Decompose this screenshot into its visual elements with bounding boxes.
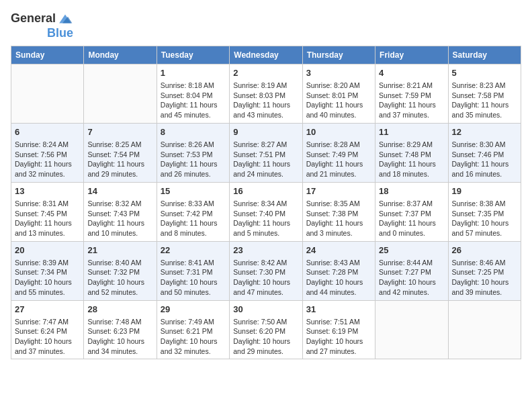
day-info: Sunrise: 8:38 AM Sunset: 7:35 PM Dayligh…	[452, 199, 517, 238]
day-number: 22	[161, 244, 226, 257]
calendar-table: SundayMondayTuesdayWednesdayThursdayFrid…	[11, 46, 521, 360]
day-number: 3	[306, 67, 371, 79]
day-number: 2	[233, 67, 298, 79]
weekday-header-monday: Monday	[84, 46, 157, 64]
day-info: Sunrise: 8:27 AM Sunset: 7:51 PM Dayligh…	[233, 140, 298, 179]
day-number: 21	[87, 244, 152, 257]
day-info: Sunrise: 8:19 AM Sunset: 8:03 PM Dayligh…	[233, 81, 298, 120]
day-info: Sunrise: 7:51 AM Sunset: 6:19 PM Dayligh…	[306, 317, 371, 357]
day-number: 4	[379, 67, 444, 79]
calendar-cell: 23Sunrise: 8:42 AM Sunset: 7:30 PM Dayli…	[230, 241, 302, 300]
day-info: Sunrise: 8:21 AM Sunset: 7:59 PM Dayligh…	[379, 81, 444, 120]
day-number: 11	[379, 126, 444, 138]
logo-text: General	[11, 12, 56, 26]
day-info: Sunrise: 8:24 AM Sunset: 7:56 PM Dayligh…	[15, 140, 80, 179]
logo: General Blue	[11, 11, 73, 40]
day-info: Sunrise: 8:43 AM Sunset: 7:28 PM Dayligh…	[306, 258, 371, 298]
calendar-cell: 14Sunrise: 8:32 AM Sunset: 7:43 PM Dayli…	[84, 182, 157, 241]
day-number: 18	[379, 185, 444, 197]
calendar-cell: 10Sunrise: 8:28 AM Sunset: 7:49 PM Dayli…	[302, 123, 375, 182]
day-number: 31	[306, 304, 371, 316]
day-info: Sunrise: 8:26 AM Sunset: 7:53 PM Dayligh…	[161, 140, 226, 179]
calendar-week-row: 6Sunrise: 8:24 AM Sunset: 7:56 PM Daylig…	[11, 123, 521, 182]
day-info: Sunrise: 8:37 AM Sunset: 7:37 PM Dayligh…	[379, 199, 444, 238]
day-info: Sunrise: 8:31 AM Sunset: 7:45 PM Dayligh…	[15, 199, 80, 238]
day-info: Sunrise: 8:34 AM Sunset: 7:40 PM Dayligh…	[233, 199, 298, 238]
day-info: Sunrise: 8:28 AM Sunset: 7:49 PM Dayligh…	[306, 140, 371, 179]
calendar-cell: 4Sunrise: 8:21 AM Sunset: 7:59 PM Daylig…	[375, 64, 448, 123]
calendar-cell: 12Sunrise: 8:30 AM Sunset: 7:46 PM Dayli…	[448, 123, 521, 182]
day-number: 13	[15, 185, 80, 197]
calendar-cell: 2Sunrise: 8:19 AM Sunset: 8:03 PM Daylig…	[230, 64, 302, 123]
day-info: Sunrise: 7:48 AM Sunset: 6:23 PM Dayligh…	[87, 317, 152, 357]
page-header: General Blue	[11, 11, 521, 40]
calendar-cell: 29Sunrise: 7:49 AM Sunset: 6:21 PM Dayli…	[157, 300, 229, 359]
day-number: 5	[452, 67, 517, 79]
weekday-header-saturday: Saturday	[448, 46, 521, 64]
day-number: 9	[233, 126, 298, 138]
day-info: Sunrise: 8:35 AM Sunset: 7:38 PM Dayligh…	[306, 199, 371, 238]
day-number: 12	[452, 126, 517, 138]
calendar-cell: 30Sunrise: 7:50 AM Sunset: 6:20 PM Dayli…	[230, 300, 302, 359]
calendar-cell: 8Sunrise: 8:26 AM Sunset: 7:53 PM Daylig…	[157, 123, 229, 182]
calendar-week-row: 1Sunrise: 8:18 AM Sunset: 8:04 PM Daylig…	[11, 64, 521, 123]
day-info: Sunrise: 8:44 AM Sunset: 7:27 PM Dayligh…	[379, 258, 444, 298]
calendar-cell: 22Sunrise: 8:41 AM Sunset: 7:31 PM Dayli…	[157, 241, 229, 300]
weekday-header-sunday: Sunday	[11, 46, 84, 64]
calendar-header-row: SundayMondayTuesdayWednesdayThursdayFrid…	[11, 46, 521, 64]
day-number: 10	[306, 126, 371, 138]
day-number: 26	[452, 244, 517, 257]
calendar-cell: 16Sunrise: 8:34 AM Sunset: 7:40 PM Dayli…	[230, 182, 302, 241]
calendar-cell: 6Sunrise: 8:24 AM Sunset: 7:56 PM Daylig…	[11, 123, 84, 182]
calendar-cell: 5Sunrise: 8:23 AM Sunset: 7:58 PM Daylig…	[448, 64, 521, 123]
day-number: 17	[306, 185, 371, 197]
weekday-header-wednesday: Wednesday	[230, 46, 302, 64]
day-number: 28	[87, 304, 152, 316]
calendar-cell: 31Sunrise: 7:51 AM Sunset: 6:19 PM Dayli…	[302, 300, 375, 359]
calendar-cell: 25Sunrise: 8:44 AM Sunset: 7:27 PM Dayli…	[375, 241, 448, 300]
day-number: 24	[306, 244, 371, 257]
calendar-cell: 3Sunrise: 8:20 AM Sunset: 8:01 PM Daylig…	[302, 64, 375, 123]
day-info: Sunrise: 7:47 AM Sunset: 6:24 PM Dayligh…	[15, 317, 80, 357]
day-info: Sunrise: 8:46 AM Sunset: 7:25 PM Dayligh…	[452, 258, 517, 298]
day-number: 29	[161, 304, 226, 316]
day-number: 7	[87, 126, 152, 138]
day-info: Sunrise: 8:25 AM Sunset: 7:54 PM Dayligh…	[87, 140, 152, 179]
day-info: Sunrise: 8:33 AM Sunset: 7:42 PM Dayligh…	[161, 199, 226, 238]
day-info: Sunrise: 8:41 AM Sunset: 7:31 PM Dayligh…	[161, 258, 226, 298]
day-number: 20	[15, 244, 80, 257]
day-number: 16	[233, 185, 298, 197]
day-number: 14	[87, 185, 152, 197]
day-info: Sunrise: 8:30 AM Sunset: 7:46 PM Dayligh…	[452, 140, 517, 179]
calendar-cell: 20Sunrise: 8:39 AM Sunset: 7:34 PM Dayli…	[11, 241, 84, 300]
calendar-week-row: 20Sunrise: 8:39 AM Sunset: 7:34 PM Dayli…	[11, 241, 521, 300]
calendar-cell: 21Sunrise: 8:40 AM Sunset: 7:32 PM Dayli…	[84, 241, 157, 300]
calendar-cell: 27Sunrise: 7:47 AM Sunset: 6:24 PM Dayli…	[11, 300, 84, 359]
calendar-cell: 1Sunrise: 8:18 AM Sunset: 8:04 PM Daylig…	[157, 64, 229, 123]
day-number: 8	[161, 126, 226, 138]
day-number: 27	[15, 304, 80, 316]
day-info: Sunrise: 8:40 AM Sunset: 7:32 PM Dayligh…	[87, 258, 152, 298]
calendar-cell: 15Sunrise: 8:33 AM Sunset: 7:42 PM Dayli…	[157, 182, 229, 241]
day-number: 6	[15, 126, 80, 138]
calendar-cell: 26Sunrise: 8:46 AM Sunset: 7:25 PM Dayli…	[448, 241, 521, 300]
weekday-header-thursday: Thursday	[302, 46, 375, 64]
calendar-cell: 28Sunrise: 7:48 AM Sunset: 6:23 PM Dayli…	[84, 300, 157, 359]
calendar-cell: 7Sunrise: 8:25 AM Sunset: 7:54 PM Daylig…	[84, 123, 157, 182]
calendar-cell	[11, 64, 84, 123]
calendar-cell	[375, 300, 448, 359]
day-info: Sunrise: 8:20 AM Sunset: 8:01 PM Dayligh…	[306, 81, 371, 120]
day-info: Sunrise: 8:39 AM Sunset: 7:34 PM Dayligh…	[15, 258, 80, 298]
calendar-week-row: 27Sunrise: 7:47 AM Sunset: 6:24 PM Dayli…	[11, 300, 521, 359]
logo-blue-text: Blue	[47, 27, 73, 40]
day-number: 15	[161, 185, 226, 197]
calendar-cell: 11Sunrise: 8:29 AM Sunset: 7:48 PM Dayli…	[375, 123, 448, 182]
calendar-cell: 19Sunrise: 8:38 AM Sunset: 7:35 PM Dayli…	[448, 182, 521, 241]
calendar-cell: 9Sunrise: 8:27 AM Sunset: 7:51 PM Daylig…	[230, 123, 302, 182]
day-number: 1	[161, 67, 226, 79]
day-info: Sunrise: 8:18 AM Sunset: 8:04 PM Dayligh…	[161, 81, 226, 120]
day-info: Sunrise: 8:42 AM Sunset: 7:30 PM Dayligh…	[233, 258, 298, 298]
calendar-cell: 18Sunrise: 8:37 AM Sunset: 7:37 PM Dayli…	[375, 182, 448, 241]
weekday-header-friday: Friday	[375, 46, 448, 64]
calendar-cell: 13Sunrise: 8:31 AM Sunset: 7:45 PM Dayli…	[11, 182, 84, 241]
